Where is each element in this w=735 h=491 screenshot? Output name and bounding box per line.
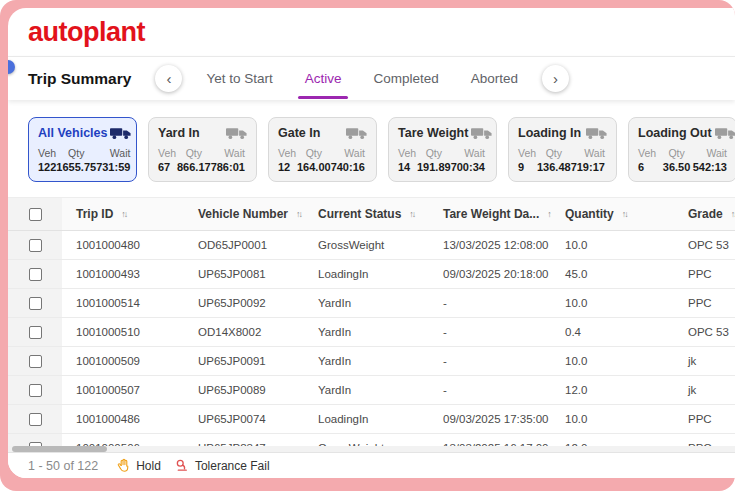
card-title: Gate In xyxy=(278,126,320,140)
qty-label: Qty xyxy=(417,147,451,159)
scrollbar-thumb[interactable] xyxy=(12,446,107,452)
tab-yet-to-start[interactable]: Yet to Start xyxy=(190,57,288,100)
row-checkbox[interactable] xyxy=(29,355,42,368)
current-status-cell: LoadingIn xyxy=(304,413,429,425)
column-header-current-status[interactable]: Current Status↑↓ xyxy=(304,207,429,221)
sort-icon[interactable]: ↑↓ xyxy=(622,209,627,219)
quantity-cell: 10.0 xyxy=(551,239,676,251)
table-footer: 1 - 50 of 122 Hold Tolerance Fail xyxy=(8,452,735,478)
sort-icon[interactable]: ↑↓ xyxy=(296,209,301,219)
stat-card-loading-in[interactable]: Loading In Veh Qty Wait 9 136.48 719:17 xyxy=(508,117,617,182)
veh-label: Veh xyxy=(38,147,56,159)
qty-value: 191.89 xyxy=(417,161,451,173)
stat-card-loading-out[interactable]: Loading Out Veh Qty Wait 6 36.50 542:13 xyxy=(628,117,735,182)
current-status-cell: YardIn xyxy=(304,384,429,396)
hold-hand-icon xyxy=(116,458,131,473)
select-all-checkbox[interactable] xyxy=(29,208,42,221)
wait-label: Wait xyxy=(693,147,727,159)
vehicle-number-cell: UP65JP0074 xyxy=(184,413,304,425)
trip-id-cell: 1001000486 xyxy=(62,413,184,425)
wait-value: 740:16 xyxy=(331,161,365,173)
column-header-trip-id[interactable]: Trip ID↑↓ xyxy=(62,207,184,221)
table-row[interactable]: 1001000510 OD14X8002 YardIn - 0.4 OPC 53 xyxy=(8,318,735,347)
qty-value: 136.48 xyxy=(537,161,571,173)
qty-label: Qty xyxy=(56,147,96,159)
veh-value: 12 xyxy=(278,161,297,173)
pagination-range: 1 - 50 of 122 xyxy=(28,459,98,473)
vehicle-number-cell: UP65JP0089 xyxy=(184,384,304,396)
column-header-vehicle-number[interactable]: Vehicle Number↑↓ xyxy=(184,207,304,221)
truck-icon xyxy=(471,126,492,140)
quantity-cell: 45.0 xyxy=(551,268,676,280)
qty-label: Qty xyxy=(537,147,571,159)
horizontal-scrollbar[interactable] xyxy=(8,446,735,452)
quantity-cell: 10.0 xyxy=(551,297,676,309)
row-checkbox[interactable] xyxy=(29,268,42,281)
tab-aborted[interactable]: Aborted xyxy=(455,57,534,100)
tab-active[interactable]: Active xyxy=(289,57,358,100)
trip-id-cell: 1001000493 xyxy=(62,268,184,280)
grade-cell: PPC xyxy=(676,297,735,309)
wait-label: Wait xyxy=(451,147,485,159)
veh-value: 14 xyxy=(398,161,417,173)
table-row[interactable]: 1001000509 UP65JP0091 YardIn - 10.0 jk xyxy=(8,347,735,376)
row-checkbox[interactable] xyxy=(29,384,42,397)
vehicle-number-cell: UP65JP0092 xyxy=(184,297,304,309)
grade-cell: PPC xyxy=(676,413,735,425)
stat-card-all-vehicles[interactable]: All Vehicles Veh Qty Wait 122 1655.75 73… xyxy=(28,117,137,182)
card-title: Tare Weight xyxy=(398,126,468,140)
veh-label: Veh xyxy=(518,147,537,159)
row-checkbox[interactable] xyxy=(29,239,42,252)
truck-icon xyxy=(110,126,131,140)
table-row[interactable]: 1001000486 UP65JP0074 LoadingIn 09/03/20… xyxy=(8,405,735,434)
sort-icon[interactable]: ↑↓ xyxy=(121,209,126,219)
vehicle-number-cell: OD65JP0001 xyxy=(184,239,304,251)
veh-value: 9 xyxy=(518,161,537,173)
vehicle-number-cell: UP65JP0091 xyxy=(184,355,304,367)
table-row[interactable]: 1001000493 UP65JP0081 LoadingIn 09/03/20… xyxy=(8,260,735,289)
trip-id-cell: 1001000507 xyxy=(62,384,184,396)
row-checkbox[interactable] xyxy=(29,413,42,426)
truck-icon xyxy=(715,126,735,140)
tare-weight-date-cell: - xyxy=(429,297,551,309)
quantity-cell: 0.4 xyxy=(551,326,676,338)
column-header-tare-weight-date[interactable]: Tare Weight Da...↑↓ xyxy=(429,207,551,221)
current-status-cell: GrossWeight xyxy=(304,239,429,251)
tab-completed[interactable]: Completed xyxy=(357,57,454,100)
table-row[interactable]: 1001000514 UP65JP0092 YardIn - 10.0 PPC xyxy=(8,289,735,318)
table-row[interactable]: 1001000480 OD65JP0001 GrossWeight 13/03/… xyxy=(8,231,735,260)
wait-value: 542:13 xyxy=(693,161,727,173)
tab-bar: Trip Summary ‹ Yet to Start Active Compl… xyxy=(8,57,735,100)
chevron-left-icon[interactable]: ‹ xyxy=(155,65,182,92)
vehicle-number-cell: OD14X8002 xyxy=(184,326,304,338)
wait-value: 731:59 xyxy=(96,161,130,173)
card-title: Yard In xyxy=(158,126,200,140)
hold-legend: Hold xyxy=(116,458,161,473)
stat-card-tare-weight[interactable]: Tare Weight Veh Qty Wait 14 191.89 700:3… xyxy=(388,117,497,182)
stat-card-yard-in[interactable]: Yard In Veh Qty Wait 67 866.17 786:01 xyxy=(148,117,257,182)
sort-icon[interactable]: ↑↓ xyxy=(409,209,414,219)
veh-label: Veh xyxy=(398,147,417,159)
grade-cell: PPC xyxy=(676,268,735,280)
truck-icon xyxy=(586,126,607,140)
trips-table: Trip ID↑↓ Vehicle Number↑↓ Current Statu… xyxy=(8,197,735,452)
column-header-quantity[interactable]: Quantity↑↓ xyxy=(551,207,676,221)
tare-weight-date-cell: - xyxy=(429,355,551,367)
row-checkbox[interactable] xyxy=(29,326,42,339)
grade-cell: OPC 53 xyxy=(676,326,735,338)
sort-icon[interactable]: ↑↓ xyxy=(731,209,735,219)
tab-navigation: ‹ Yet to Start Active Completed Aborted … xyxy=(147,57,577,100)
app-window: autoplant Trip Summary ‹ Yet to Start Ac… xyxy=(8,8,735,478)
column-header-grade[interactable]: Grade↑↓ xyxy=(676,207,735,221)
chevron-right-icon[interactable]: › xyxy=(542,65,569,92)
stat-cards-row: All Vehicles Veh Qty Wait 122 1655.75 73… xyxy=(8,100,735,197)
row-checkbox[interactable] xyxy=(29,297,42,310)
quantity-cell: 10.0 xyxy=(551,413,676,425)
quantity-cell: 10.0 xyxy=(551,355,676,367)
stat-card-gate-in[interactable]: Gate In Veh Qty Wait 12 164.00 740:16 xyxy=(268,117,377,182)
wait-value: 719:17 xyxy=(571,161,605,173)
table-row[interactable]: 1001000507 UP65JP0089 YardIn - 12.0 jk xyxy=(8,376,735,405)
truck-icon xyxy=(226,126,247,140)
wait-label: Wait xyxy=(96,147,130,159)
autoplant-logo: autoplant xyxy=(28,17,145,48)
